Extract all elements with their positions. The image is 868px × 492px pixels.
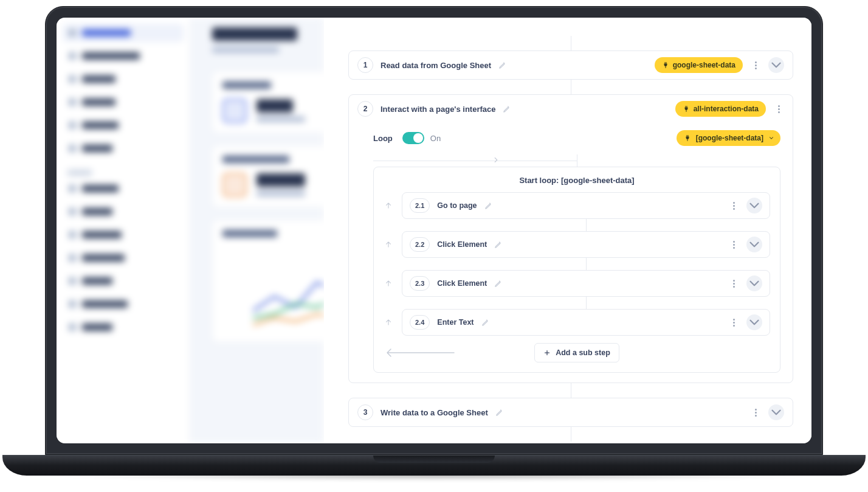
- plug-icon: [683, 105, 690, 113]
- chevron-down-icon: [746, 275, 762, 291]
- arrow-up-icon: [384, 240, 393, 249]
- step-number: 1: [357, 57, 373, 73]
- laptop-bezel: 1 Read data from Google Sheet google-she…: [45, 6, 823, 455]
- add-substep-button[interactable]: Add a sub step: [534, 343, 619, 362]
- substep-card: 2.2 Click Element: [402, 231, 770, 258]
- expand-button[interactable]: [746, 237, 762, 252]
- move-up-button[interactable]: [384, 317, 393, 327]
- output-tag[interactable]: all-interaction-data: [675, 101, 766, 117]
- expand-button[interactable]: [746, 275, 762, 291]
- connector-wire: [571, 36, 571, 50]
- substep-number: 2.1: [410, 198, 430, 213]
- chevron-down-icon: [746, 237, 762, 252]
- tag-label: google-sheet-data: [673, 61, 735, 69]
- move-up-button[interactable]: [384, 240, 393, 249]
- connector-wire: [571, 80, 571, 94]
- expand-button[interactable]: [768, 57, 784, 73]
- pencil-icon[interactable]: [503, 105, 511, 113]
- laptop-screen: 1 Read data from Google Sheet google-she…: [57, 18, 811, 443]
- more-menu-icon[interactable]: [750, 60, 761, 71]
- more-menu-icon[interactable]: [750, 407, 761, 418]
- step-card-3: 3 Write data to a Google Sheet: [348, 398, 793, 427]
- pencil-icon[interactable]: [498, 61, 507, 69]
- step-card-1: 1 Read data from Google Sheet google-she…: [348, 50, 793, 80]
- expand-button[interactable]: [746, 198, 762, 213]
- substep-number: 2.2: [410, 237, 430, 252]
- step-number: 2: [357, 101, 373, 117]
- add-substep-label: Add a sub step: [556, 348, 610, 357]
- chevron-down-icon: [768, 404, 784, 420]
- substep-number: 2.3: [410, 276, 430, 291]
- loop-title: Start loop: [google-sheet-data]: [384, 176, 770, 185]
- chevron-down-icon: [768, 135, 774, 141]
- substep-card: 2.1 Go to page: [402, 192, 770, 219]
- substep-title: Click Element: [437, 279, 487, 288]
- loop-return-arrow-icon: [382, 348, 455, 358]
- pencil-icon[interactable]: [481, 318, 490, 327]
- substep-card: 2.4 Enter Text: [402, 309, 770, 336]
- laptop-base: [2, 455, 866, 476]
- loop-source-tag[interactable]: [google-sheet-data]: [677, 130, 780, 146]
- pencil-icon[interactable]: [494, 279, 503, 288]
- pencil-icon[interactable]: [494, 240, 503, 249]
- workflow-panel: 1 Read data from Google Sheet google-she…: [324, 18, 811, 443]
- plug-icon: [684, 134, 691, 142]
- more-menu-icon[interactable]: [728, 278, 739, 289]
- arrow-up-icon: [384, 279, 393, 288]
- step-number: 3: [357, 404, 373, 420]
- substep-card: 2.3 Click Element: [402, 270, 770, 297]
- chevron-down-icon: [746, 198, 762, 213]
- background-dashboard: [57, 18, 324, 443]
- arrow-up-icon: [384, 318, 393, 327]
- loop-state: On: [430, 134, 441, 143]
- arrow-right-icon: [492, 156, 500, 164]
- substep-title: Click Element: [437, 240, 487, 249]
- loop-toggle[interactable]: [402, 132, 424, 144]
- chevron-down-icon: [768, 57, 784, 73]
- more-menu-icon[interactable]: [728, 239, 739, 250]
- more-menu-icon[interactable]: [728, 200, 739, 211]
- pencil-icon[interactable]: [484, 201, 493, 210]
- connector-wire: [571, 427, 571, 442]
- substep-number: 2.4: [410, 315, 430, 330]
- output-tag[interactable]: google-sheet-data: [655, 57, 743, 73]
- plug-icon: [662, 61, 669, 69]
- plus-icon: [543, 349, 551, 356]
- loop-container: Start loop: [google-sheet-data] 2.1 Go t…: [373, 167, 780, 373]
- loop-label: Loop: [373, 134, 393, 143]
- step-card-2: 2 Interact with a page's interface all-i…: [348, 94, 793, 383]
- connector-wire: [571, 383, 571, 398]
- expand-button[interactable]: [768, 404, 784, 420]
- move-up-button[interactable]: [384, 279, 393, 288]
- pencil-icon[interactable]: [495, 408, 504, 417]
- expand-button[interactable]: [746, 314, 762, 330]
- step-title: Read data from Google Sheet: [381, 61, 491, 70]
- more-menu-icon[interactable]: [728, 317, 739, 328]
- substep-title: Enter Text: [437, 318, 474, 327]
- chevron-down-icon: [746, 314, 762, 330]
- more-menu-icon[interactable]: [773, 103, 784, 114]
- step-title: Interact with a page's interface: [381, 105, 495, 114]
- move-up-button[interactable]: [384, 201, 393, 210]
- step-title: Write data to a Google Sheet: [381, 408, 488, 417]
- laptop-frame: 1 Read data from Google Sheet google-she…: [45, 6, 823, 476]
- arrow-up-icon: [384, 201, 393, 210]
- tag-label: [google-sheet-data]: [696, 134, 763, 142]
- substep-title: Go to page: [437, 201, 477, 210]
- tag-label: all-interaction-data: [694, 105, 759, 113]
